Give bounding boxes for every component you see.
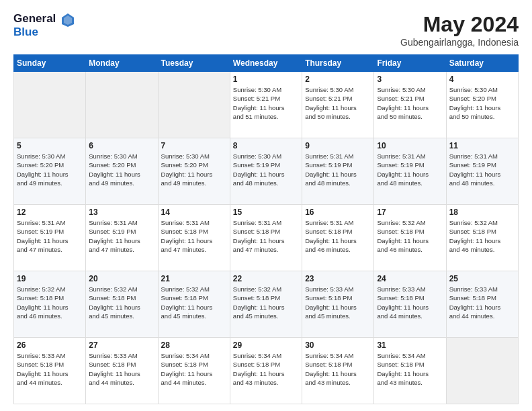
calendar-cell: 18Sunrise: 5:32 AMSunset: 5:18 PMDayligh… — [446, 205, 518, 271]
day-number: 31 — [377, 340, 443, 350]
calendar-cell: 12Sunrise: 5:31 AMSunset: 5:19 PMDayligh… — [14, 205, 86, 271]
day-info: Sunrise: 5:30 AMSunset: 5:20 PMDaylight:… — [17, 152, 83, 187]
day-info: Sunrise: 5:31 AMSunset: 5:19 PMDaylight:… — [305, 152, 371, 187]
day-number: 20 — [89, 274, 154, 283]
day-number: 15 — [233, 208, 299, 217]
day-number: 4 — [449, 75, 515, 84]
calendar-cell: 15Sunrise: 5:31 AMSunset: 5:18 PMDayligh… — [230, 205, 302, 271]
calendar-cell: 10Sunrise: 5:31 AMSunset: 5:19 PMDayligh… — [374, 138, 446, 205]
month-year: May 2024 — [400, 12, 519, 37]
day-info: Sunrise: 5:33 AMSunset: 5:18 PMDaylight:… — [17, 351, 83, 387]
col-header-saturday: Saturday — [446, 55, 518, 72]
location: Gubengairlangga, Indonesia — [400, 37, 519, 48]
calendar-cell — [158, 72, 230, 138]
day-info: Sunrise: 5:33 AMSunset: 5:18 PMDaylight:… — [305, 285, 371, 320]
day-info: Sunrise: 5:34 AMSunset: 5:18 PMDaylight:… — [377, 351, 443, 387]
day-number: 18 — [449, 208, 515, 217]
day-info: Sunrise: 5:30 AMSunset: 5:20 PMDaylight:… — [89, 152, 154, 187]
calendar-week-row: 5Sunrise: 5:30 AMSunset: 5:20 PMDaylight… — [14, 138, 519, 205]
calendar-cell: 5Sunrise: 5:30 AMSunset: 5:20 PMDaylight… — [14, 138, 86, 205]
col-header-friday: Friday — [374, 55, 446, 72]
day-info: Sunrise: 5:32 AMSunset: 5:18 PMDaylight:… — [233, 285, 299, 320]
logo: General Blue — [13, 12, 75, 39]
calendar-cell: 31Sunrise: 5:34 AMSunset: 5:18 PMDayligh… — [374, 338, 446, 404]
day-info: Sunrise: 5:32 AMSunset: 5:18 PMDaylight:… — [161, 285, 227, 320]
calendar-cell: 23Sunrise: 5:33 AMSunset: 5:18 PMDayligh… — [302, 271, 374, 338]
calendar-cell: 21Sunrise: 5:32 AMSunset: 5:18 PMDayligh… — [158, 271, 230, 338]
day-info: Sunrise: 5:34 AMSunset: 5:18 PMDaylight:… — [161, 351, 227, 387]
day-number: 2 — [305, 75, 371, 84]
calendar-week-row: 26Sunrise: 5:33 AMSunset: 5:18 PMDayligh… — [14, 338, 519, 404]
calendar-cell: 8Sunrise: 5:30 AMSunset: 5:19 PMDaylight… — [230, 138, 302, 205]
day-number: 23 — [305, 274, 371, 283]
day-info: Sunrise: 5:34 AMSunset: 5:18 PMDaylight:… — [233, 351, 299, 387]
col-header-sunday: Sunday — [14, 55, 86, 72]
day-number: 17 — [377, 208, 443, 217]
day-number: 29 — [233, 340, 299, 350]
col-header-monday: Monday — [86, 55, 158, 72]
calendar-header-row: SundayMondayTuesdayWednesdayThursdayFrid… — [14, 55, 519, 72]
day-number: 14 — [161, 208, 227, 217]
calendar-cell: 22Sunrise: 5:32 AMSunset: 5:18 PMDayligh… — [230, 271, 302, 338]
day-number: 10 — [377, 141, 443, 150]
day-info: Sunrise: 5:31 AMSunset: 5:18 PMDaylight:… — [233, 218, 299, 254]
calendar-cell — [86, 72, 158, 138]
day-number: 7 — [161, 141, 227, 150]
day-info: Sunrise: 5:31 AMSunset: 5:19 PMDaylight:… — [449, 152, 515, 187]
day-number: 21 — [161, 274, 227, 283]
calendar-week-row: 12Sunrise: 5:31 AMSunset: 5:19 PMDayligh… — [14, 205, 519, 271]
page: General Blue May 2024 Gubengairlangga, I… — [0, 0, 532, 411]
day-info: Sunrise: 5:33 AMSunset: 5:18 PMDaylight:… — [449, 285, 515, 320]
calendar-cell: 28Sunrise: 5:34 AMSunset: 5:18 PMDayligh… — [158, 338, 230, 404]
day-number: 22 — [233, 274, 299, 283]
day-info: Sunrise: 5:31 AMSunset: 5:18 PMDaylight:… — [161, 218, 227, 254]
day-number: 9 — [305, 141, 371, 150]
day-number: 6 — [89, 141, 154, 150]
day-number: 16 — [305, 208, 371, 217]
calendar-cell — [14, 72, 86, 138]
day-info: Sunrise: 5:31 AMSunset: 5:19 PMDaylight:… — [377, 152, 443, 187]
header: General Blue May 2024 Gubengairlangga, I… — [13, 12, 519, 48]
day-number: 27 — [89, 340, 154, 350]
day-info: Sunrise: 5:31 AMSunset: 5:19 PMDaylight:… — [17, 218, 83, 254]
day-number: 8 — [233, 141, 299, 150]
calendar-cell: 20Sunrise: 5:32 AMSunset: 5:18 PMDayligh… — [86, 271, 158, 338]
calendar-cell: 16Sunrise: 5:31 AMSunset: 5:18 PMDayligh… — [302, 205, 374, 271]
logo-text: General — [13, 12, 75, 27]
calendar-cell: 14Sunrise: 5:31 AMSunset: 5:18 PMDayligh… — [158, 205, 230, 271]
title-block: May 2024 Gubengairlangga, Indonesia — [400, 12, 519, 48]
day-info: Sunrise: 5:33 AMSunset: 5:18 PMDaylight:… — [377, 285, 443, 320]
day-info: Sunrise: 5:31 AMSunset: 5:18 PMDaylight:… — [305, 218, 371, 254]
day-number: 1 — [233, 75, 299, 84]
day-info: Sunrise: 5:32 AMSunset: 5:18 PMDaylight:… — [377, 218, 443, 254]
day-info: Sunrise: 5:34 AMSunset: 5:18 PMDaylight:… — [305, 351, 371, 387]
calendar-cell: 6Sunrise: 5:30 AMSunset: 5:20 PMDaylight… — [86, 138, 158, 205]
calendar-cell — [446, 338, 518, 404]
day-number: 13 — [89, 208, 154, 217]
logo-blue: Blue — [13, 26, 75, 39]
calendar-cell: 1Sunrise: 5:30 AMSunset: 5:21 PMDaylight… — [230, 72, 302, 138]
day-number: 26 — [17, 340, 83, 350]
calendar-cell: 29Sunrise: 5:34 AMSunset: 5:18 PMDayligh… — [230, 338, 302, 404]
calendar-week-row: 1Sunrise: 5:30 AMSunset: 5:21 PMDaylight… — [14, 72, 519, 138]
calendar-cell: 9Sunrise: 5:31 AMSunset: 5:19 PMDaylight… — [302, 138, 374, 205]
calendar-cell: 2Sunrise: 5:30 AMSunset: 5:21 PMDaylight… — [302, 72, 374, 138]
day-info: Sunrise: 5:31 AMSunset: 5:19 PMDaylight:… — [89, 218, 154, 254]
calendar-cell: 30Sunrise: 5:34 AMSunset: 5:18 PMDayligh… — [302, 338, 374, 404]
day-number: 5 — [17, 141, 83, 150]
day-info: Sunrise: 5:30 AMSunset: 5:20 PMDaylight:… — [449, 85, 515, 121]
day-info: Sunrise: 5:30 AMSunset: 5:19 PMDaylight:… — [233, 152, 299, 187]
day-info: Sunrise: 5:32 AMSunset: 5:18 PMDaylight:… — [89, 285, 154, 320]
col-header-wednesday: Wednesday — [230, 55, 302, 72]
day-number: 19 — [17, 274, 83, 283]
day-info: Sunrise: 5:32 AMSunset: 5:18 PMDaylight:… — [449, 218, 515, 254]
day-number: 30 — [305, 340, 371, 350]
calendar-table: SundayMondayTuesdayWednesdayThursdayFrid… — [13, 54, 519, 404]
day-number: 28 — [161, 340, 227, 350]
calendar-week-row: 19Sunrise: 5:32 AMSunset: 5:18 PMDayligh… — [14, 271, 519, 338]
calendar-cell: 19Sunrise: 5:32 AMSunset: 5:18 PMDayligh… — [14, 271, 86, 338]
day-info: Sunrise: 5:30 AMSunset: 5:21 PMDaylight:… — [377, 85, 443, 121]
col-header-tuesday: Tuesday — [158, 55, 230, 72]
col-header-thursday: Thursday — [302, 55, 374, 72]
calendar-cell: 24Sunrise: 5:33 AMSunset: 5:18 PMDayligh… — [374, 271, 446, 338]
